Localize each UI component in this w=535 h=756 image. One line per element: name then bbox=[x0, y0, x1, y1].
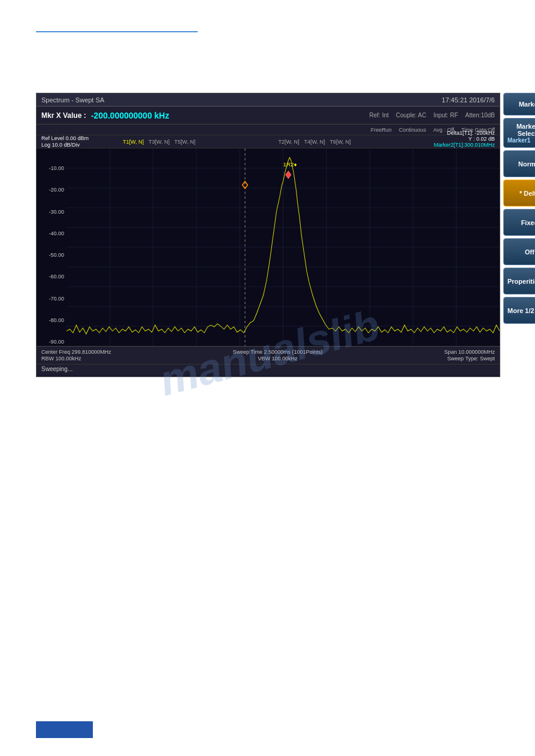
span: Span 10.000000MHz bbox=[444, 349, 495, 355]
properties-btn-label: Properities bbox=[507, 278, 535, 285]
svg-marker-18 bbox=[286, 171, 291, 178]
more-btn-label: More 1/2 bbox=[507, 307, 534, 314]
marker-button[interactable]: Marker bbox=[503, 93, 535, 116]
off-button[interactable]: Off bbox=[503, 238, 535, 265]
param-freerun: FreeRun bbox=[371, 127, 392, 133]
y-label-7: -70.00 bbox=[38, 296, 64, 302]
y-label-2: -20.00 bbox=[38, 187, 64, 193]
log-div: Log 10.0 dB/Div bbox=[41, 142, 113, 148]
chart-plot: 1R2♦ bbox=[67, 148, 500, 346]
sweep-status: Sweeping... bbox=[37, 364, 500, 375]
trace-labels-2: T2[W, N] T4[W, N] T6[W, N] bbox=[278, 139, 430, 145]
trace-t4: T4[W, N] bbox=[304, 139, 325, 145]
delta-line2: Y : 0.02 dB bbox=[434, 136, 495, 142]
status-left: Center Freq 299.810000MHz RBW 100.00kHz bbox=[41, 349, 111, 362]
bottom-rectangle bbox=[36, 721, 93, 738]
param-couple: Couple: AC bbox=[396, 112, 427, 119]
vbw: VBW 100.00kHz bbox=[258, 356, 297, 362]
title-bar: Spectrum - Swept SA 17:45:21 2016/7/6 bbox=[37, 93, 500, 107]
center-freq: Center Freq 299.810000MHz bbox=[41, 349, 111, 355]
mkr-label: Mkr X Value : bbox=[41, 111, 86, 120]
instrument-panel: Spectrum - Swept SA 17:45:21 2016/7/6 Mk… bbox=[36, 93, 500, 377]
y-axis: -10.00 -20.00 -30.00 -40.00 -50.00 -60.0… bbox=[37, 148, 67, 346]
ref-level: Ref Level 0.00 dBm bbox=[41, 135, 113, 141]
y-label-3: -30.00 bbox=[38, 209, 64, 215]
trace-labels: T1[W, N] T3[W, N] T5[W, N] bbox=[123, 139, 274, 145]
trace-t3: T3[W, N] bbox=[149, 139, 170, 145]
y-label-5: -50.00 bbox=[38, 252, 64, 258]
y-label-1: -10.00 bbox=[38, 165, 64, 171]
status-right: Span 10.000000MHz Sweep Type: Swept bbox=[444, 349, 495, 362]
param-continuous: Continuous bbox=[399, 127, 427, 133]
delta-line3: Marker2[T1]:300.010MHz bbox=[434, 142, 495, 148]
mkr-value: -200.000000000 kHz bbox=[91, 111, 365, 120]
top-decorative-line bbox=[36, 31, 198, 32]
normal-btn-label: Normal bbox=[518, 160, 535, 168]
fixed-btn-label: Fixed bbox=[521, 219, 535, 226]
trace-t6: T6[W, N] bbox=[330, 139, 351, 145]
delta-line1: Delta1[T1]: -200kHz bbox=[434, 130, 495, 136]
chart-svg: 1R2♦ bbox=[67, 148, 500, 346]
trace-t5: T5[W, N] bbox=[174, 139, 195, 145]
trace-t2: T2[W, N] bbox=[278, 139, 299, 145]
mkr-row: Mkr X Value : -200.000000000 kHz Ref: In… bbox=[37, 107, 500, 125]
timestamp: 17:45:21 2016/7/6 bbox=[442, 96, 495, 104]
delta-button[interactable]: * Delta bbox=[503, 180, 535, 207]
info-row: Ref Level 0.00 dBm Log 10.0 dB/Div T1[W,… bbox=[37, 135, 500, 148]
y-label-9: -90.00 bbox=[38, 339, 64, 345]
svg-text:1R2♦: 1R2♦ bbox=[283, 161, 297, 167]
rbw: RBW 100.00kHz bbox=[41, 356, 111, 362]
param-input: Input: RF bbox=[433, 112, 458, 119]
trace-t1: T1[W, N] bbox=[123, 139, 144, 145]
y-label-4: -40.00 bbox=[38, 230, 64, 236]
mkr-params: Ref: Int Couple: AC Input: RF Atten:10dB bbox=[370, 112, 495, 119]
normal-button[interactable]: Normal bbox=[503, 150, 535, 177]
sweep-time: Sweep Time 2.50000ms (1001Points) bbox=[232, 349, 322, 355]
off-btn-label: Off bbox=[525, 248, 534, 256]
right-panel: Marker Marker Select ▶ Marker1 Normal * … bbox=[503, 93, 535, 324]
marker-select-label: Marker Select bbox=[507, 123, 535, 137]
y-label-8: -80.00 bbox=[38, 317, 64, 323]
fixed-button[interactable]: Fixed bbox=[503, 209, 535, 236]
more-button[interactable]: More 1/2 ▶ bbox=[503, 297, 535, 324]
status-bar: Center Freq 299.810000MHz RBW 100.00kHz … bbox=[37, 346, 500, 364]
instrument-title: Spectrum - Swept SA bbox=[41, 96, 104, 104]
properties-button[interactable]: Properities ▶ bbox=[503, 268, 535, 294]
sweep-text: Sweeping... bbox=[41, 366, 72, 372]
marker-select-value: Marker1 bbox=[507, 137, 530, 144]
marker-select-button[interactable]: Marker Select ▶ Marker1 bbox=[503, 118, 535, 148]
delta-btn-label: * Delta bbox=[519, 190, 535, 197]
param-atten: Atten:10dB bbox=[466, 112, 495, 119]
chart-area: -10.00 -20.00 -30.00 -40.00 -50.00 -60.0… bbox=[37, 148, 500, 346]
y-label-6: -60.00 bbox=[38, 274, 64, 280]
marker-btn-label: Marker bbox=[519, 101, 535, 108]
param-ref: Ref: Int bbox=[370, 112, 389, 119]
sweep-type: Sweep Type: Swept bbox=[444, 356, 495, 362]
